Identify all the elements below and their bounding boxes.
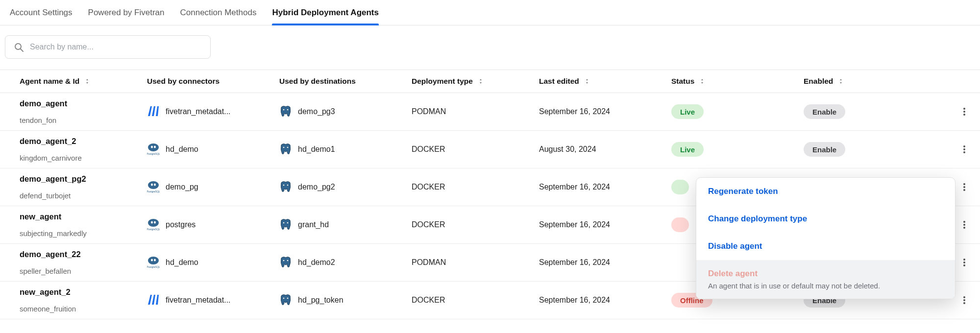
- connector-name: fivetran_metadat...: [166, 296, 231, 305]
- status-badge: Live: [671, 104, 704, 119]
- deployment-type: PODMAN: [412, 258, 446, 267]
- tab-connection-methods[interactable]: Connection Methods: [180, 0, 256, 25]
- deployment-type: DOCKER: [412, 145, 445, 154]
- agent-id: kingdom_carnivore: [20, 154, 82, 162]
- deployment-type: DOCKER: [412, 296, 445, 305]
- search-input[interactable]: [30, 43, 203, 51]
- agent-name: demo_agent_22: [20, 250, 81, 259]
- table-header: Agent name & Id Used by connectors Used …: [0, 70, 980, 93]
- col-agent-label: Agent name & Id: [20, 77, 79, 86]
- destination-name: hd_demo2: [298, 258, 335, 267]
- row-menu-button[interactable]: [958, 106, 970, 118]
- col-edited-label: Last edited: [539, 77, 579, 86]
- tab-powered-by-fivetran[interactable]: Powered by Fivetran: [88, 0, 165, 25]
- agent-id: subjecting_markedly: [20, 229, 87, 238]
- sort-icon: [84, 77, 90, 85]
- agent-name: new_agent: [20, 212, 61, 221]
- tab-account-settings[interactable]: Account Settings: [10, 0, 73, 25]
- row-menu-button[interactable]: [958, 181, 970, 193]
- last-edited: September 16, 2024: [539, 220, 610, 229]
- row-context-menu: Regenerate token Change deployment type …: [696, 177, 956, 299]
- col-destinations: Used by destinations: [279, 77, 412, 86]
- deployment-type: DOCKER: [412, 183, 445, 191]
- col-status[interactable]: Status: [671, 77, 804, 86]
- menu-disable-agent[interactable]: Disable agent: [696, 233, 955, 260]
- agent-name: demo_agent: [20, 99, 67, 108]
- row-menu-button[interactable]: [958, 294, 970, 306]
- agent-id: defend_turbojet: [20, 191, 71, 200]
- col-last-edited[interactable]: Last edited: [539, 77, 671, 86]
- last-edited: September 16, 2024: [539, 107, 610, 116]
- agent-id: speller_befallen: [20, 267, 71, 275]
- sort-icon: [478, 77, 484, 85]
- postgres-elephant-icon: [279, 143, 292, 156]
- postgres-elephant-icon: [279, 218, 292, 231]
- kebab-icon: [963, 224, 965, 226]
- kebab-icon: [963, 186, 965, 188]
- status-badge: Live: [671, 142, 704, 157]
- connector-name: demo_pg: [166, 183, 198, 191]
- enable-button[interactable]: Enable: [804, 104, 845, 119]
- connector-name: hd_demo: [166, 258, 198, 267]
- col-connectors: Used by connectors: [147, 77, 279, 86]
- col-deploy-label: Deployment type: [412, 77, 473, 86]
- sort-icon: [699, 77, 705, 85]
- kebab-icon: [963, 111, 965, 113]
- enable-button[interactable]: Enable: [804, 142, 845, 157]
- menu-regenerate-token[interactable]: Regenerate token: [696, 178, 955, 205]
- destination-name: demo_pg3: [298, 107, 335, 116]
- kebab-icon: [963, 148, 965, 150]
- connector-name: postgres: [166, 220, 196, 229]
- postgres-logo-icon: [147, 181, 160, 193]
- connector-name: fivetran_metadat...: [166, 107, 231, 116]
- col-conn-label: Used by connectors: [147, 77, 220, 86]
- last-edited: September 16, 2024: [539, 258, 610, 267]
- search-area: [0, 25, 980, 70]
- agent-name: demo_agent_pg2: [20, 174, 86, 184]
- table-row[interactable]: demo_agent_2kingdom_carnivorehd_demohd_d…: [0, 131, 980, 168]
- connector-name: hd_demo: [166, 145, 198, 154]
- sort-icon: [584, 77, 590, 85]
- postgres-elephant-icon: [279, 105, 292, 118]
- row-menu-button[interactable]: [958, 143, 970, 155]
- destination-name: hd_pg_token: [298, 296, 343, 305]
- deployment-type: DOCKER: [412, 220, 445, 229]
- search-icon: [12, 41, 25, 53]
- agent-name: new_agent_2: [20, 287, 71, 297]
- tab-hybrid-deployment-agents[interactable]: Hybrid Deployment Agents: [272, 0, 379, 25]
- postgres-elephant-icon: [279, 294, 292, 307]
- kebab-icon: [963, 299, 965, 301]
- agent-name: demo_agent_2: [20, 137, 76, 146]
- row-menu-button[interactable]: [958, 257, 970, 268]
- last-edited: August 30, 2024: [539, 145, 596, 154]
- tabs-bar: Account Settings Powered by Fivetran Con…: [0, 0, 980, 25]
- destination-name: grant_hd: [298, 220, 329, 229]
- search-box[interactable]: [5, 35, 211, 59]
- sort-icon: [838, 77, 844, 85]
- kebab-icon: [963, 262, 965, 263]
- col-agent[interactable]: Agent name & Id: [20, 77, 147, 86]
- postgres-elephant-icon: [279, 181, 292, 193]
- agent-id: someone_fruition: [20, 305, 76, 313]
- deployment-type: PODMAN: [412, 107, 446, 116]
- fivetran-icon: [147, 105, 160, 118]
- last-edited: September 16, 2024: [539, 183, 610, 191]
- row-menu-button[interactable]: [958, 219, 970, 231]
- menu-delete-agent: Delete agent An agent that is in use or …: [696, 260, 955, 299]
- status-badge: [671, 180, 689, 194]
- last-edited: September 16, 2024: [539, 296, 610, 305]
- postgres-logo-icon: [147, 256, 160, 269]
- col-enabled[interactable]: Enabled: [804, 77, 931, 86]
- table-row[interactable]: demo_agenttendon_fonfivetran_metadat...d…: [0, 93, 980, 131]
- col-enabled-label: Enabled: [804, 77, 833, 86]
- fivetran-icon: [147, 294, 160, 307]
- status-badge: [671, 217, 689, 232]
- col-deployment[interactable]: Deployment type: [412, 77, 539, 86]
- destination-name: hd_demo1: [298, 145, 335, 154]
- col-dest-label: Used by destinations: [279, 77, 356, 86]
- postgres-elephant-icon: [279, 256, 292, 269]
- col-status-label: Status: [671, 77, 694, 86]
- menu-change-deployment-type[interactable]: Change deployment type: [696, 205, 955, 233]
- destination-name: demo_pg2: [298, 183, 335, 191]
- postgres-logo-icon: [147, 218, 160, 231]
